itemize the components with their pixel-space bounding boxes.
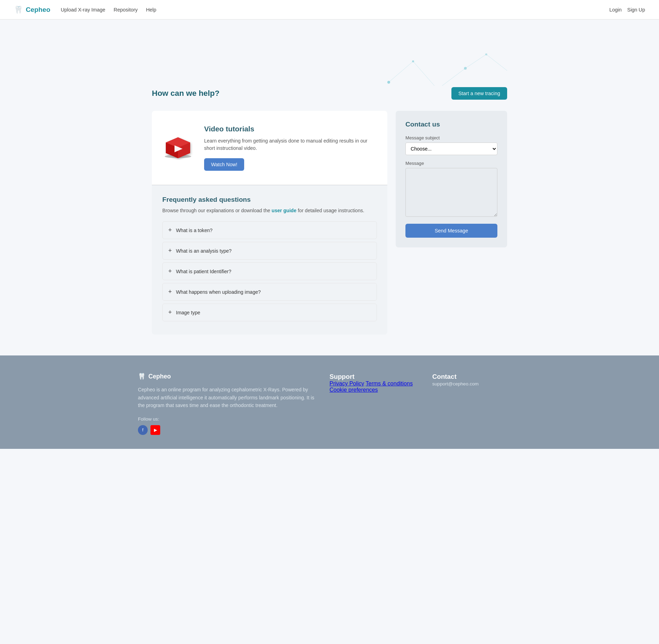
faq-item-2[interactable]: + What is patient Identifier? — [162, 262, 377, 280]
tooth-icon: 🦷 — [14, 6, 23, 14]
contact-heading: Contact — [432, 373, 521, 381]
svg-point-4 — [485, 53, 487, 55]
faq-label-1: What is an analysis type? — [176, 248, 232, 254]
social-icons: f ▶ — [138, 425, 316, 435]
facebook-icon[interactable]: f — [138, 425, 148, 435]
youtube-icon[interactable]: ▶ — [150, 425, 160, 435]
new-tracing-button[interactable]: Start a new tracing — [451, 87, 507, 100]
brand-name: Cepheo — [26, 6, 50, 14]
main-content: How can we help? Start a new tracing — [138, 20, 521, 355]
faq-item-3[interactable]: + What happens when uploading image? — [162, 283, 377, 301]
faq-list: + What is a token? + What is an analysis… — [162, 221, 377, 321]
svg-line-12 — [437, 68, 465, 86]
video-title: Video tutorials — [204, 125, 377, 133]
brand-logo[interactable]: 🦷 Cepheo — [14, 6, 50, 14]
message-textarea[interactable] — [405, 168, 497, 217]
footer-brand-col: 🦷 Cepheo Cepheo is an online program for… — [138, 373, 316, 435]
footer-contact-col: Contact support@cepheo.com — [432, 373, 521, 435]
bg-decoration — [152, 33, 507, 87]
expand-icon-1: + — [168, 247, 172, 254]
page-title: How can we help? — [152, 89, 219, 98]
footer-brand-name: Cepheo — [148, 373, 171, 380]
nav-links: Upload X-ray Image Repository Help — [61, 7, 609, 13]
content-grid: Video tutorials Learn everything from ge… — [152, 111, 507, 335]
expand-icon-3: + — [168, 288, 172, 296]
svg-line-11 — [413, 61, 437, 86]
signup-link[interactable]: Sign Up — [627, 7, 645, 13]
terms-link[interactable]: Terms & conditions — [366, 381, 413, 386]
cookie-link[interactable]: Cookie preferences — [330, 387, 378, 393]
user-guide-link[interactable]: user guide — [272, 208, 296, 213]
support-heading: Support — [330, 373, 418, 381]
faq-item-4[interactable]: + Image type — [162, 304, 377, 321]
privacy-policy-link[interactable]: Privacy Policy — [330, 381, 364, 386]
nav-repository[interactable]: Repository — [114, 7, 138, 13]
nav-upload[interactable]: Upload X-ray Image — [61, 7, 105, 13]
svg-line-13 — [465, 54, 486, 68]
footer: 🦷 Cepheo Cepheo is an online program for… — [0, 355, 659, 449]
svg-line-14 — [486, 54, 507, 79]
navbar: 🦷 Cepheo Upload X-ray Image Repository H… — [0, 0, 659, 20]
left-column: Video tutorials Learn everything from ge… — [152, 111, 387, 335]
nav-auth: Login Sign Up — [610, 7, 645, 13]
video-card: Video tutorials Learn everything from ge… — [152, 111, 387, 185]
svg-point-3 — [464, 67, 467, 70]
footer-grid: 🦷 Cepheo Cepheo is an online program for… — [138, 373, 521, 435]
send-message-button[interactable]: Send Message — [405, 224, 497, 238]
faq-label-2: What is patient Identifier? — [176, 269, 231, 274]
subject-select[interactable]: Choose... Technical Support Billing Gene… — [405, 143, 497, 155]
video-thumbnail — [162, 136, 194, 160]
faq-subtitle: Browse through our explanations or downl… — [162, 207, 377, 214]
expand-icon-2: + — [168, 268, 172, 275]
nav-help[interactable]: Help — [146, 7, 156, 13]
login-link[interactable]: Login — [610, 7, 622, 13]
faq-label-3: What happens when uploading image? — [176, 289, 261, 295]
faq-card: Frequently asked questions Browse throug… — [152, 185, 387, 335]
video-description: Learn everything from getting analysis d… — [204, 137, 377, 152]
expand-icon-0: + — [168, 227, 172, 234]
svg-line-10 — [389, 61, 413, 82]
contact-title: Contact us — [405, 121, 497, 128]
faq-item-1[interactable]: + What is an analysis type? — [162, 242, 377, 260]
faq-label-4: Image type — [176, 310, 200, 315]
contact-email: support@cepheo.com — [432, 381, 479, 386]
footer-support-col: Support Privacy Policy Terms & condition… — [330, 373, 418, 435]
footer-description: Cepheo is an online program for analyzin… — [138, 386, 316, 409]
faq-title: Frequently asked questions — [162, 196, 377, 204]
video-info: Video tutorials Learn everything from ge… — [204, 125, 377, 171]
svg-point-1 — [412, 60, 414, 62]
contact-card: Contact us Message subject Choose... Tec… — [396, 111, 507, 247]
footer-brand: 🦷 Cepheo — [138, 373, 316, 380]
page-header: How can we help? Start a new tracing — [152, 87, 507, 100]
subject-label: Message subject — [405, 135, 497, 140]
watch-now-button[interactable]: Watch Now! — [204, 158, 244, 171]
footer-follow-label: Follow us: — [138, 416, 316, 422]
expand-icon-4: + — [168, 309, 172, 316]
faq-label-0: What is a token? — [176, 228, 212, 233]
faq-item-0[interactable]: + What is a token? — [162, 221, 377, 239]
message-label: Message — [405, 161, 497, 166]
footer-tooth-icon: 🦷 — [138, 373, 146, 380]
svg-point-0 — [387, 81, 390, 84]
